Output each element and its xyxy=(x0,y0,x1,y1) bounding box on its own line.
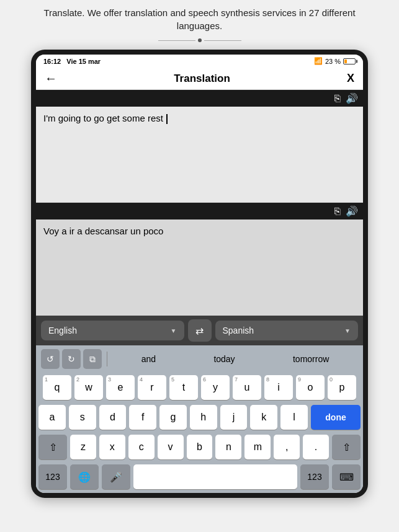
redo-button[interactable]: ↻ xyxy=(62,349,81,369)
wifi-icon: 📶 xyxy=(314,57,323,65)
target-language-chevron: ▼ xyxy=(344,327,351,334)
status-right: 📶 23 % xyxy=(314,57,356,65)
done-button[interactable]: done xyxy=(311,405,361,430)
key-z[interactable]: z xyxy=(70,435,96,459)
swap-languages-button[interactable]: ⇄ xyxy=(188,319,212,342)
keyboard-row-1: 1q 2w 3e 4r 5t 6y 7u 8i 9o 0p xyxy=(38,375,361,400)
speaker-icon-output[interactable]: 🔊 xyxy=(346,205,358,217)
key-m[interactable]: m xyxy=(244,435,271,459)
target-language-label: Spanish xyxy=(223,326,254,335)
speaker-icon-input[interactable]: 🔊 xyxy=(346,92,358,104)
globe-button[interactable]: 🌐 xyxy=(70,464,99,489)
keyboard-bottom-row: 123 🌐 🎤 123 ⌨ xyxy=(36,464,363,493)
suggestion-2[interactable]: today xyxy=(208,352,240,366)
key-u[interactable]: 7u xyxy=(233,375,261,400)
key-h[interactable]: h xyxy=(190,405,217,430)
tablet-screen: 16:12 Vie 15 mar 📶 23 % ← Translation X … xyxy=(36,55,363,493)
numbers-right-button[interactable]: 123 xyxy=(300,464,329,489)
battery-icon xyxy=(343,58,356,64)
source-text-area[interactable]: I'm going to go get some rest xyxy=(36,107,363,203)
dot-divider xyxy=(158,38,241,42)
close-button[interactable]: X xyxy=(347,72,354,85)
key-b[interactable]: b xyxy=(187,435,213,459)
key-n[interactable]: n xyxy=(215,435,241,459)
key-l[interactable]: l xyxy=(280,405,308,430)
suggestion-bar: ↺ ↻ ⧉ and today tomorrow xyxy=(36,345,363,373)
suggestion-3[interactable]: tomorrow xyxy=(288,352,334,366)
key-g[interactable]: g xyxy=(159,405,187,430)
key-e[interactable]: 3e xyxy=(106,375,135,400)
suggestion-divider xyxy=(107,352,107,366)
key-y[interactable]: 6y xyxy=(201,375,230,400)
key-a[interactable]: a xyxy=(38,405,66,430)
key-v[interactable]: v xyxy=(158,435,184,459)
key-j[interactable]: j xyxy=(220,405,248,430)
keyboard-dismiss-button[interactable]: ⌨ xyxy=(332,464,361,489)
key-r[interactable]: 4r xyxy=(138,375,166,400)
suggestion-1[interactable]: and xyxy=(137,352,161,366)
target-language-dropdown[interactable]: Spanish ▼ xyxy=(215,321,359,340)
status-bar: 16:12 Vie 15 mar 📶 23 % xyxy=(36,55,363,68)
nav-title: Translation xyxy=(174,73,230,85)
suggestions-list: and today tomorrow xyxy=(112,352,358,366)
undo-button[interactable]: ↺ xyxy=(41,349,60,369)
suggestion-actions: ↺ ↻ ⧉ xyxy=(41,349,102,369)
key-q[interactable]: 1q xyxy=(43,375,71,400)
swap-icon: ⇄ xyxy=(195,325,204,337)
key-f[interactable]: f xyxy=(129,405,156,430)
language-selector-bar: English ▼ ⇄ Spanish ▼ xyxy=(36,316,363,345)
source-text: I'm going to go get some rest xyxy=(43,113,163,123)
input-toolbar: ⎘ 🔊 xyxy=(36,90,363,107)
output-text: Voy a ir a descansar un poco xyxy=(43,226,163,236)
paste-button[interactable]: ⧉ xyxy=(83,349,102,369)
key-p[interactable]: 0p xyxy=(328,375,356,400)
key-o[interactable]: 9o xyxy=(296,375,325,400)
key-comma[interactable]: , xyxy=(274,435,300,459)
shift-button[interactable]: ⇧ xyxy=(38,435,67,459)
key-t[interactable]: 5t xyxy=(169,375,198,400)
key-period[interactable]: . xyxy=(303,435,329,459)
page-description: Translate. We offer translation and spee… xyxy=(20,6,380,38)
output-text-area: Voy a ir a descansar un poco xyxy=(36,219,363,316)
key-w[interactable]: 2w xyxy=(74,375,103,400)
output-toolbar: ⎘ 🔊 xyxy=(36,203,363,219)
key-d[interactable]: d xyxy=(99,405,127,430)
source-language-chevron: ▼ xyxy=(171,327,177,334)
source-language-label: English xyxy=(48,326,77,335)
source-language-dropdown[interactable]: English ▼ xyxy=(41,321,184,340)
keyboard: 1q 2w 3e 4r 5t 6y 7u 8i 9o 0p a s d f g … xyxy=(36,373,363,464)
status-time: 16:12 Vie 15 mar xyxy=(43,58,101,65)
key-c[interactable]: c xyxy=(128,435,155,459)
tablet-frame: 16:12 Vie 15 mar 📶 23 % ← Translation X … xyxy=(31,50,368,498)
numbers-button[interactable]: 123 xyxy=(38,464,67,489)
key-x[interactable]: x xyxy=(99,435,125,459)
keyboard-row-2: a s d f g h j k l done xyxy=(38,405,361,430)
shift-right-button[interactable]: ⇧ xyxy=(332,435,361,459)
space-bar[interactable] xyxy=(133,464,297,489)
copy-icon-input[interactable]: ⎘ xyxy=(334,93,341,104)
key-i[interactable]: 8i xyxy=(264,375,293,400)
back-button[interactable]: ← xyxy=(45,71,57,86)
key-s[interactable]: s xyxy=(69,405,96,430)
nav-bar: ← Translation X xyxy=(36,68,363,90)
microphone-button[interactable]: 🎤 xyxy=(102,464,130,489)
copy-icon-output[interactable]: ⎘ xyxy=(334,206,341,217)
keyboard-row-3: ⇧ z x c v b n m , . ⇧ xyxy=(38,435,361,459)
key-k[interactable]: k xyxy=(250,405,277,430)
